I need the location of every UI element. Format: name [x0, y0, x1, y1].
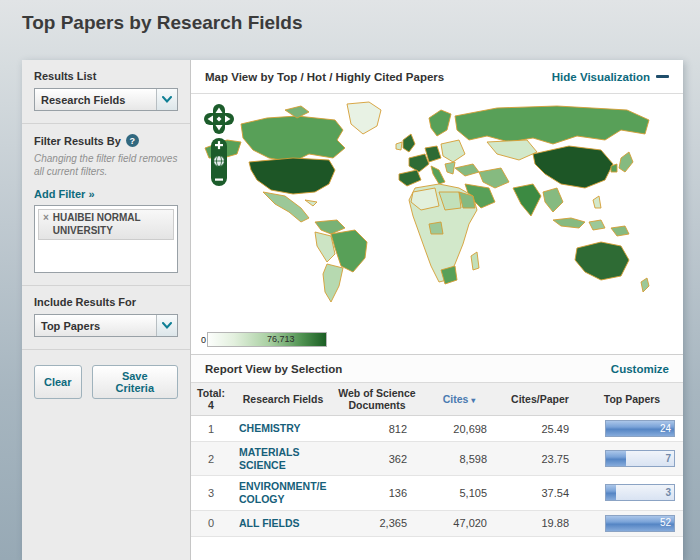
- table-row: 2 MATERIALS SCIENCE 362 8,598 23.75 7: [191, 442, 683, 476]
- top-papers-value: 7: [665, 453, 671, 464]
- country-canada[interactable]: [241, 116, 345, 162]
- total-label: Total:: [193, 387, 229, 399]
- world-map[interactable]: [197, 96, 667, 318]
- country-france[interactable]: [409, 154, 429, 172]
- country-southeast-asia[interactable]: [543, 188, 563, 212]
- country-turkey[interactable]: [455, 164, 479, 176]
- map-zoom-control[interactable]: [211, 138, 227, 186]
- cites-per-paper-value: 37.54: [499, 476, 581, 510]
- country-madagascar[interactable]: [471, 252, 479, 270]
- filter-chip[interactable]: × HUAIBEI NORMAL UNIVERSITY: [38, 209, 174, 240]
- hide-visualization-label: Hide Visualization: [552, 71, 650, 83]
- country-new-zealand[interactable]: [641, 278, 649, 292]
- top-papers-bar: 24: [605, 420, 675, 437]
- country-indonesia-east[interactable]: [589, 220, 605, 230]
- zoom-world-icon[interactable]: [214, 156, 225, 167]
- country-japan[interactable]: [619, 152, 633, 172]
- documents-value: 362: [335, 442, 419, 476]
- map-header: Map View by Top / Hot / Highly Cited Pap…: [191, 60, 683, 94]
- cites-value: 47,020: [419, 510, 499, 536]
- country-greenland[interactable]: [347, 102, 381, 134]
- save-criteria-button[interactable]: Save Criteria: [92, 365, 178, 399]
- country-brazil[interactable]: [331, 230, 367, 272]
- customize-link[interactable]: Customize: [611, 363, 669, 375]
- include-results-selected: Top Papers: [35, 315, 156, 336]
- cites-sort-label[interactable]: Cites: [443, 393, 469, 405]
- country-australia[interactable]: [575, 242, 629, 280]
- country-india[interactable]: [513, 184, 541, 216]
- country-argentina-chile[interactable]: [323, 264, 343, 302]
- country-papua-new-guinea[interactable]: [611, 226, 629, 236]
- country-indonesia[interactable]: [553, 218, 585, 228]
- top-papers-bar: 52: [605, 515, 675, 532]
- country-china[interactable]: [533, 146, 613, 188]
- top-papers-bar: 3: [605, 484, 675, 501]
- documents-value: 136: [335, 476, 419, 510]
- country-mexico[interactable]: [263, 192, 309, 222]
- country-nigeria[interactable]: [429, 222, 443, 234]
- column-header-top-papers[interactable]: Top Papers: [581, 383, 683, 416]
- include-results-section: Include Results For Top Papers: [22, 286, 190, 350]
- table-header-row: Total: 4 Research Fields Web of Science …: [191, 383, 683, 416]
- top-papers-value: 52: [660, 517, 671, 528]
- column-header-research-fields[interactable]: Research Fields: [231, 383, 335, 416]
- chevron-down-icon[interactable]: [156, 315, 177, 336]
- country-iran[interactable]: [479, 168, 509, 188]
- country-spain[interactable]: [399, 170, 421, 186]
- country-russia[interactable]: [455, 106, 649, 144]
- world-map-visualization: 0 76,713: [191, 94, 683, 354]
- help-icon[interactable]: ?: [126, 134, 139, 147]
- cites-per-paper-value: 19.88: [499, 510, 581, 536]
- bar-fill: [606, 485, 616, 500]
- legend-min-label: 0: [201, 335, 206, 345]
- documents-value: 2,365: [335, 510, 419, 536]
- map-legend: 0 76,713: [201, 332, 327, 347]
- country-ireland[interactable]: [396, 142, 402, 150]
- country-philippines[interactable]: [593, 196, 601, 208]
- field-link[interactable]: MATERIALS SCIENCE: [231, 442, 335, 476]
- clear-button[interactable]: Clear: [34, 365, 82, 399]
- results-list-section: Results List Research Fields: [22, 60, 190, 124]
- filter-label: Filter Results By: [34, 135, 121, 147]
- results-list-dropdown[interactable]: Research Fields: [34, 88, 178, 111]
- field-link[interactable]: ALL FIELDS: [231, 510, 335, 536]
- column-header-cites[interactable]: Cites ▾: [419, 383, 499, 416]
- field-link[interactable]: CHEMISTRY: [231, 416, 335, 442]
- sort-desc-icon[interactable]: ▾: [471, 396, 475, 405]
- map-controls[interactable]: [203, 104, 235, 188]
- cites-value: 5,105: [419, 476, 499, 510]
- country-colombia-venezuela[interactable]: [315, 220, 345, 234]
- cites-per-paper-value: 25.49: [499, 416, 581, 442]
- collapse-minus-icon[interactable]: [656, 75, 669, 78]
- top-papers-value: 3: [665, 487, 671, 498]
- country-cuba[interactable]: [305, 200, 317, 206]
- country-balkans[interactable]: [445, 162, 455, 174]
- field-link[interactable]: ENVIRONMENT/ECOLOGY: [231, 476, 335, 510]
- country-eastern-europe[interactable]: [441, 140, 465, 162]
- country-scandinavia[interactable]: [429, 110, 451, 136]
- include-results-dropdown[interactable]: Top Papers: [34, 314, 178, 337]
- country-central-asia[interactable]: [487, 140, 537, 160]
- column-header-cites-per-paper[interactable]: Cites/Paper: [499, 383, 581, 416]
- zoom-out-icon[interactable]: [215, 179, 223, 181]
- column-header-documents[interactable]: Web of Science Documents: [335, 383, 419, 416]
- total-value: 4: [193, 399, 229, 411]
- legend-gradient-bar: 76,713: [207, 332, 327, 347]
- cites-per-paper-value: 23.75: [499, 442, 581, 476]
- page-title: Top Papers by Research Fields: [22, 12, 303, 34]
- country-usa[interactable]: [249, 158, 335, 194]
- map-pan-control[interactable]: [204, 104, 234, 134]
- legend-max-label: 76,713: [267, 334, 295, 344]
- table-row: 1 CHEMISTRY 812 20,698 25.49 24: [191, 416, 683, 442]
- add-filter-link[interactable]: Add Filter »: [34, 188, 95, 200]
- country-italy[interactable]: [431, 166, 445, 184]
- country-uk[interactable]: [403, 134, 415, 152]
- hide-visualization-link[interactable]: Hide Visualization: [552, 71, 669, 83]
- top-papers-bar: 7: [605, 450, 675, 467]
- chevron-down-icon[interactable]: [156, 89, 177, 110]
- bar-fill: [606, 451, 626, 466]
- column-header-total: Total: 4: [191, 383, 231, 416]
- remove-filter-icon[interactable]: ×: [43, 212, 49, 225]
- include-results-label: Include Results For: [34, 296, 178, 308]
- filter-chip-label: HUAIBEI NORMAL UNIVERSITY: [53, 212, 169, 237]
